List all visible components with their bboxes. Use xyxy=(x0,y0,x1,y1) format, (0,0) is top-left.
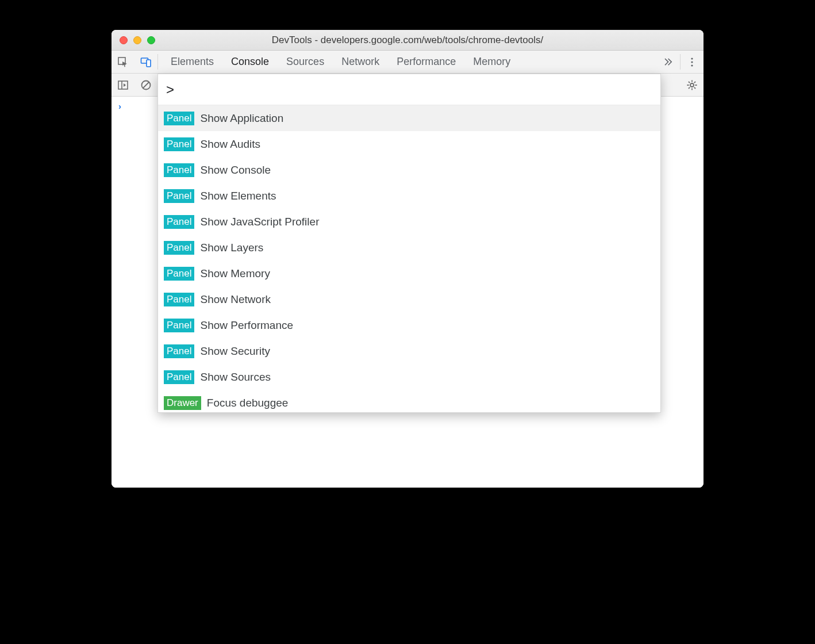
command-menu-item[interactable]: PanelShow Memory xyxy=(158,260,660,286)
svg-rect-2 xyxy=(147,60,151,67)
command-menu-item[interactable]: PanelShow Audits xyxy=(158,131,660,157)
command-menu-item-label: Show Console xyxy=(200,164,271,177)
command-menu-item[interactable]: PanelShow JavaScript Profiler xyxy=(158,209,660,235)
command-menu-item[interactable]: PanelShow Sources xyxy=(158,364,660,390)
tab-console[interactable]: Console xyxy=(231,56,269,68)
panel-badge: Panel xyxy=(164,344,194,358)
command-menu-item-label: Show Sources xyxy=(200,371,271,384)
panel-badge: Panel xyxy=(164,112,194,125)
traffic-lights xyxy=(120,36,155,44)
sidebar-toggle-icon[interactable] xyxy=(112,79,134,91)
command-menu-item[interactable]: PanelShow Application xyxy=(158,105,660,131)
panel-badge: Panel xyxy=(164,241,194,255)
panel-badge: Panel xyxy=(164,319,194,332)
command-menu-item[interactable]: DrawerFocus debuggee xyxy=(158,390,660,412)
command-menu-item[interactable]: PanelShow Console xyxy=(158,157,660,183)
panel-badge: Panel xyxy=(164,215,194,229)
devtools-window: DevTools - developers.google.com/web/too… xyxy=(112,30,703,488)
window-zoom-button[interactable] xyxy=(147,36,155,44)
command-menu-item-label: Show Audits xyxy=(200,138,260,151)
panel-badge: Panel xyxy=(164,137,194,151)
main-toolbar: Elements Console Sources Network Perform… xyxy=(112,51,703,74)
command-menu: > PanelShow ApplicationPanelShow AuditsP… xyxy=(157,74,661,413)
tab-sources[interactable]: Sources xyxy=(286,56,324,68)
command-menu-item-label: Show Layers xyxy=(200,241,263,254)
command-menu-item[interactable]: PanelShow Layers xyxy=(158,235,660,260)
tab-performance[interactable]: Performance xyxy=(397,56,456,68)
panel-badge: Panel xyxy=(164,370,194,384)
window-close-button[interactable] xyxy=(120,36,128,44)
command-menu-item[interactable]: PanelShow Network xyxy=(158,286,660,312)
command-menu-item-label: Show Security xyxy=(200,345,270,358)
panel-badge: Panel xyxy=(164,293,194,306)
drawer-badge: Drawer xyxy=(164,396,201,410)
panel-badge: Panel xyxy=(164,163,194,177)
titlebar: DevTools - developers.google.com/web/too… xyxy=(112,30,703,51)
inspect-element-icon[interactable] xyxy=(112,51,134,73)
console-settings-icon[interactable] xyxy=(681,79,703,91)
command-menu-item-label: Show Elements xyxy=(200,190,276,202)
window-title: DevTools - developers.google.com/web/too… xyxy=(112,34,703,46)
command-menu-item-label: Show JavaScript Profiler xyxy=(200,216,319,228)
command-menu-item[interactable]: PanelShow Performance xyxy=(158,312,660,338)
tab-elements[interactable]: Elements xyxy=(171,56,214,68)
command-menu-list: PanelShow ApplicationPanelShow AuditsPan… xyxy=(158,105,660,412)
command-menu-item-label: Show Application xyxy=(200,112,283,125)
console-prompt-icon: › xyxy=(118,101,121,111)
command-menu-item-label: Show Network xyxy=(200,293,271,306)
panel-badge: Panel xyxy=(164,267,194,281)
svg-point-10 xyxy=(690,83,694,87)
command-menu-item-label: Focus debuggee xyxy=(207,397,289,409)
command-menu-item-label: Show Memory xyxy=(200,267,270,280)
svg-point-5 xyxy=(691,64,693,66)
command-menu-item-label: Show Performance xyxy=(200,319,293,332)
command-menu-prefix: > xyxy=(166,82,174,98)
command-menu-input[interactable]: > xyxy=(158,74,660,105)
svg-line-9 xyxy=(143,82,149,88)
device-toggle-icon[interactable] xyxy=(134,51,157,73)
tab-network[interactable]: Network xyxy=(341,56,379,68)
tabs-overflow-icon[interactable] xyxy=(657,51,680,73)
command-menu-item[interactable]: PanelShow Elements xyxy=(158,183,660,209)
svg-rect-6 xyxy=(118,81,128,89)
clear-console-icon[interactable] xyxy=(134,79,157,91)
more-options-icon[interactable] xyxy=(681,51,703,73)
tab-memory[interactable]: Memory xyxy=(473,56,510,68)
command-menu-item[interactable]: PanelShow Security xyxy=(158,338,660,364)
svg-point-3 xyxy=(691,57,693,59)
panel-badge: Panel xyxy=(164,189,194,203)
panel-tabs: Elements Console Sources Network Perform… xyxy=(158,51,657,73)
window-minimize-button[interactable] xyxy=(133,36,141,44)
svg-point-4 xyxy=(691,61,693,63)
